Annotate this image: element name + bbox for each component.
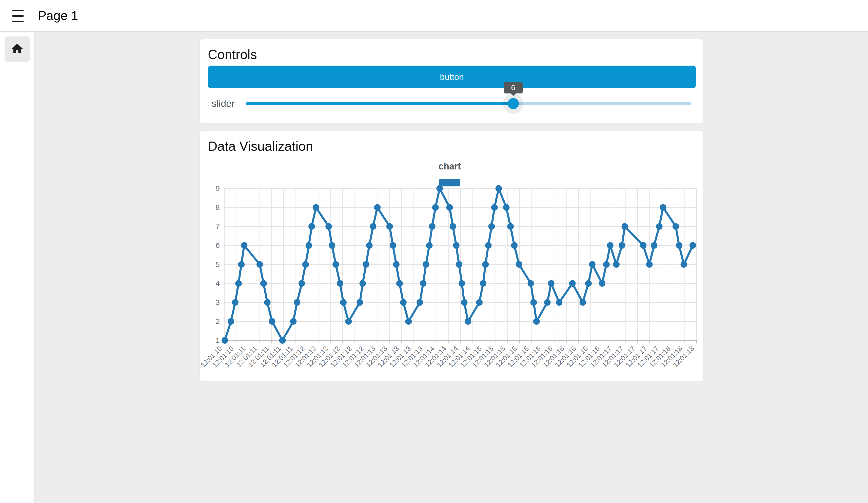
sidebar xyxy=(0,32,35,503)
svg-text:1: 1 xyxy=(216,336,220,345)
svg-text:4: 4 xyxy=(216,279,220,287)
line-chart-canvas[interactable]: chart 12:01:1012:01:1012:01:1112:01:1112… xyxy=(199,131,704,381)
slider-thumb[interactable] xyxy=(508,98,519,109)
svg-text:7: 7 xyxy=(216,222,220,230)
controls-card: Controls button slider 6 xyxy=(199,39,703,123)
svg-text:9: 9 xyxy=(216,184,220,193)
sidebar-item-home[interactable] xyxy=(4,37,30,62)
hamburger-menu-icon[interactable] xyxy=(12,10,23,22)
chart-axes: 12:01:1012:01:1012:01:1112:01:1112:01:11… xyxy=(199,184,696,369)
svg-text:5: 5 xyxy=(216,260,220,268)
svg-text:8: 8 xyxy=(216,203,220,212)
action-button[interactable]: button xyxy=(208,65,696,88)
svg-text:2: 2 xyxy=(216,317,220,326)
home-icon xyxy=(11,42,24,56)
top-navbar: Page 1 xyxy=(0,0,868,32)
chart-title: chart xyxy=(438,161,461,172)
slider-value-tooltip: 6 xyxy=(504,82,523,93)
chart-legend-swatch[interactable] xyxy=(439,179,460,186)
slider-fill xyxy=(246,102,513,105)
controls-card-title: Controls xyxy=(208,47,257,62)
slider-label: slider xyxy=(212,98,235,109)
page-title: Page 1 xyxy=(38,8,78,23)
main-content: Controls button slider 6 Data Visualizat… xyxy=(35,32,868,503)
svg-text:3: 3 xyxy=(216,298,220,307)
data-visualization-card: Data Visualization chart 12:01:1012:01:1… xyxy=(199,131,703,381)
svg-text:6: 6 xyxy=(216,241,220,249)
